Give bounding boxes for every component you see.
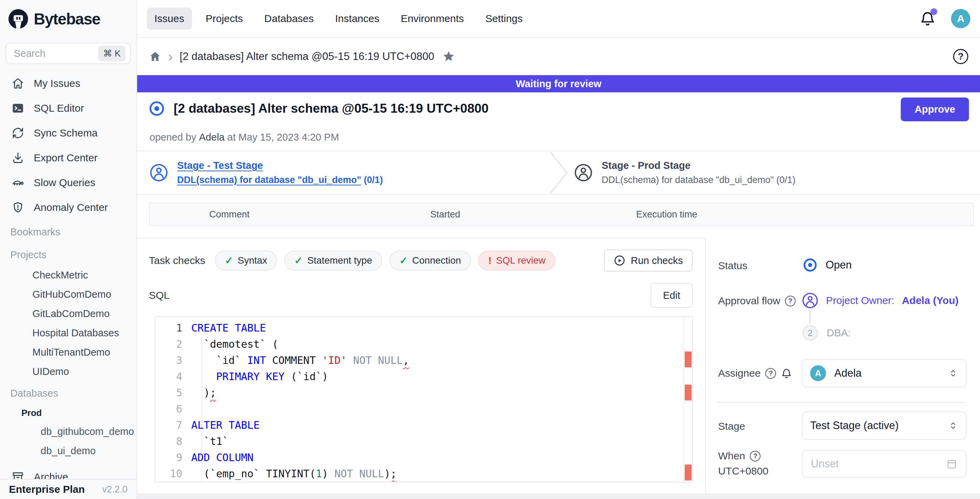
sidebar-database-item[interactable]: db_githubcom_demo: [0, 422, 137, 441]
approval-flow-label: Approval flow ?: [718, 295, 795, 307]
nav-tab-environments[interactable]: Environments: [393, 8, 471, 30]
ruler-error-mark: [685, 464, 692, 480]
check-pill-sql-review[interactable]: ! SQL review: [478, 251, 555, 270]
assignee-avatar: A: [810, 365, 826, 381]
run-checks-button[interactable]: Run checks: [604, 249, 693, 272]
stage-card-test[interactable]: Stage - Test Stage DDL(schema) for datab…: [150, 151, 383, 194]
approval-connector-line: [810, 311, 810, 324]
sidebar-section-bookmarks[interactable]: Bookmarks: [0, 221, 137, 243]
sidebar-project-item[interactable]: GitLabComDemo: [0, 304, 137, 323]
stage-select-label: Stage: [718, 420, 745, 432]
opened-at-text: at May 15, 2023 4:20 PM: [228, 132, 339, 143]
issue-sidebar-panel: Status Open Approval flow ? Project Owne…: [705, 238, 980, 494]
sidebar-item-slow-queries[interactable]: Slow Queries: [0, 170, 137, 195]
sidebar-item-sync-schema[interactable]: Sync Schema: [0, 121, 137, 145]
breadcrumb: › [2 databases] Alter schema @05-15 16:1…: [137, 38, 980, 75]
topbar-right: A: [920, 9, 970, 28]
sidebar-item-sql-editor[interactable]: SQL Editor: [0, 96, 137, 121]
help-icon[interactable]: ?: [953, 49, 968, 64]
sidebar-section-databases: Databases: [0, 383, 137, 404]
brand-logo[interactable]: Bytebase: [0, 0, 137, 38]
check-error-icon: !: [488, 255, 492, 266]
stage-task-link[interactable]: DDL(schema) for database "db_ui_demo" (0…: [177, 175, 383, 185]
assignee-select[interactable]: A Adela: [802, 359, 967, 387]
sidebar-item-anomaly-center[interactable]: Anomaly Center: [0, 195, 137, 220]
sidebar-item-export-center[interactable]: Export Center: [0, 145, 137, 170]
stage-title: Stage - Prod Stage: [601, 160, 795, 171]
chevron-up-down-icon: [948, 368, 958, 378]
column-header-comment: Comment: [209, 203, 250, 226]
approval-role: DBA:: [827, 327, 851, 339]
line-number: 10: [156, 466, 191, 482]
turtle-icon: [10, 176, 25, 189]
when-datetime-input[interactable]: Unset: [802, 450, 967, 478]
approve-button[interactable]: Approve: [901, 97, 969, 121]
issue-author[interactable]: Adela: [199, 132, 225, 143]
breadcrumb-home-icon[interactable]: [149, 50, 161, 63]
stage-title-link[interactable]: Stage - Test Stage: [177, 160, 383, 171]
task-detail-panel: Task checks ✓ Syntax ✓ Statement type ✓ …: [137, 238, 705, 494]
notification-bell-icon[interactable]: [920, 10, 936, 27]
nav-tab-databases[interactable]: Databases: [257, 8, 321, 30]
stage-card-prod[interactable]: Stage - Prod Stage DDL(schema) for datab…: [574, 151, 795, 194]
sidebar-database-item[interactable]: db_ui_demo: [0, 441, 137, 461]
search-shortcut-kbd: ⌘ K: [98, 46, 126, 61]
sidebar-db-environment-prod: Prod: [0, 404, 137, 422]
line-number: 2: [156, 336, 191, 352]
nav-tabs: Issues Projects Databases Instances Envi…: [147, 8, 530, 30]
sql-line: `demotest` (: [191, 336, 678, 352]
opened-by-text: opened by: [150, 132, 196, 143]
calendar-icon: [946, 458, 958, 470]
sidebar-footer: Enterprise Plan v2.2.0: [0, 479, 137, 499]
check-pill-connection[interactable]: ✓ Connection: [390, 251, 471, 270]
search-input[interactable]: Search ⌘ K: [5, 43, 131, 64]
plan-label[interactable]: Enterprise Plan: [9, 483, 85, 495]
sql-line: ALTER TABLE: [191, 417, 678, 433]
sidebar: Bytebase Search ⌘ K My Issues SQL Editor: [0, 0, 137, 499]
approval-approver[interactable]: Adela (You): [902, 295, 958, 307]
home-icon: [10, 77, 25, 90]
issue-title: [2 databases] Alter schema @05-15 16:19 …: [174, 101, 488, 116]
page-bottom-strip: [137, 494, 980, 499]
nav-tab-settings[interactable]: Settings: [477, 8, 530, 30]
when-help-icon[interactable]: ?: [750, 451, 760, 461]
assignee-name: Adela: [834, 367, 861, 380]
assignee-help-icon[interactable]: ?: [765, 368, 776, 379]
user-avatar[interactable]: A: [951, 9, 970, 28]
column-header-started: Started: [430, 203, 460, 226]
approver-person-icon: [802, 292, 818, 309]
terminal-icon: [10, 102, 25, 114]
sql-line: CREATE TABLE: [191, 320, 678, 336]
check-pill-statement-type[interactable]: ✓ Statement type: [284, 251, 382, 270]
sidebar-project-item[interactable]: Hospital Databases: [0, 323, 137, 343]
assignee-subscribe-bell-icon[interactable]: [781, 368, 792, 379]
sidebar-project-item[interactable]: MultiTenantDemo: [0, 343, 137, 362]
sql-code-lines: CREATE TABLE `demotest` ( `id` INT COMME…: [191, 320, 678, 482]
stage-task-count: (0/1): [364, 175, 383, 185]
stage-task-count: (0/1): [776, 175, 795, 185]
sidebar-project-item[interactable]: GitHubComDemo: [0, 284, 137, 304]
ruler-error-mark: [685, 351, 692, 367]
sidebar-item-label: Slow Queries: [34, 177, 95, 189]
nav-tab-instances[interactable]: Instances: [328, 8, 387, 30]
status-value: Open: [803, 259, 852, 272]
check-pass-icon: ✓: [225, 255, 233, 266]
sql-code-editor[interactable]: 12345678910 CREATE TABLE `demotest` ( `i…: [155, 316, 693, 483]
issue-open-icon: [150, 101, 164, 116]
when-placeholder: Unset: [811, 458, 839, 470]
sidebar-project-item[interactable]: CheckMetric: [0, 265, 137, 284]
sidebar-project-item[interactable]: UIDemo: [0, 362, 137, 381]
nav-tab-projects[interactable]: Projects: [198, 8, 250, 30]
chevron-up-down-icon: [948, 420, 958, 431]
stage-person-icon: [574, 163, 593, 182]
bookmark-star-icon[interactable]: [442, 49, 455, 64]
version-label: v2.2.0: [102, 484, 127, 495]
ruler-error-mark: [685, 385, 692, 400]
sidebar-item-my-issues[interactable]: My Issues: [0, 71, 137, 96]
check-pill-syntax[interactable]: ✓ Syntax: [215, 251, 277, 270]
stage-select[interactable]: Test Stage (active): [802, 412, 967, 440]
edit-sql-button[interactable]: Edit: [651, 283, 693, 308]
nav-tab-issues[interactable]: Issues: [147, 8, 192, 30]
sql-gutter: 12345678910: [156, 320, 191, 482]
approval-help-icon[interactable]: ?: [785, 296, 795, 307]
